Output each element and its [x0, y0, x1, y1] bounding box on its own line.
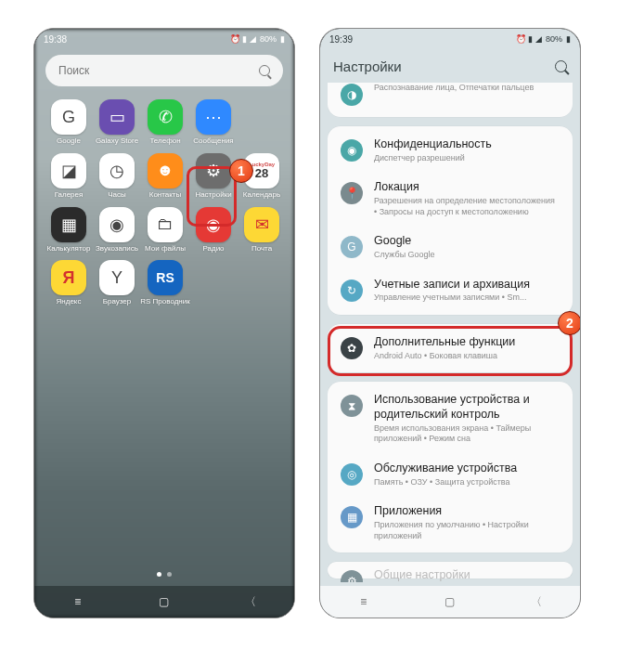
app-label: Браузер	[103, 298, 132, 306]
nav-recent[interactable]: ≡	[354, 595, 373, 608]
settings-row[interactable]: ▦ Приложения Приложения по умолчанию • Н…	[328, 496, 573, 550]
row-sub: Разрешения на определение местоположения…	[374, 196, 560, 217]
Галерея-icon: ◪	[51, 153, 86, 188]
app-Galaxy Store[interactable]: ▭Galaxy Store	[94, 99, 140, 146]
app-label: Календарь	[243, 191, 280, 200]
row-icon: G	[341, 236, 363, 258]
settings-row[interactable]: ⧗ Использование устройства и родительски…	[328, 384, 573, 453]
app-Контакты[interactable]: ☻Контакты	[142, 153, 188, 200]
battery-level: 80%	[260, 34, 277, 44]
row-title: Локация	[374, 180, 560, 195]
app-Мои файлы[interactable]: 🗀Мои файлы	[142, 207, 188, 254]
nav-back[interactable]: 〈	[527, 595, 546, 608]
row-icon: ▦	[341, 506, 363, 528]
battery-level: 80%	[546, 34, 562, 44]
row-icon: 📍	[341, 182, 363, 204]
Почта-icon: ✉	[244, 207, 279, 242]
row-icon: ↻	[341, 280, 363, 302]
app-Яндекс[interactable]: ЯЯндекс	[45, 260, 92, 306]
app-Google[interactable]: GGoogle	[45, 99, 92, 146]
search-icon	[259, 65, 270, 76]
Google-icon: G	[51, 99, 86, 135]
status-time: 19:38	[44, 34, 67, 45]
app-label: Контакты	[149, 191, 182, 200]
nav-bar: ≡ ▢ 〈	[320, 586, 580, 618]
settings-row-biometrics[interactable]: ◑ Распознавание лица, Отпечатки пальцев	[328, 83, 573, 114]
app-Сообщения[interactable]: ⋯Сообщения	[190, 99, 237, 146]
nav-home[interactable]: ▢	[441, 595, 459, 608]
row-icon: ⧗	[341, 395, 363, 417]
app-grid: GGoogle▭Galaxy Store✆Телефон⋯Сообщения◪Г…	[45, 99, 283, 306]
row-title-cut: Общие настройки	[374, 568, 560, 582]
app-label: Почта	[251, 245, 272, 254]
row-sub: Распознавание лица, Отпечатки пальцев	[374, 83, 560, 94]
highlight-settings-app	[187, 166, 237, 227]
settings-header: Настройки	[320, 49, 580, 83]
callout-1: 1	[229, 159, 253, 183]
app-Телефон[interactable]: ✆Телефон	[142, 99, 188, 146]
nav-back[interactable]: 〈	[241, 595, 260, 608]
RS Проводник-icon: RS	[148, 260, 183, 295]
row-icon: ◉	[341, 139, 363, 162]
Мои файлы-icon: 🗀	[148, 207, 183, 242]
app-label: Калькулятор	[47, 245, 91, 254]
app-empty	[238, 99, 285, 146]
row-sub: Память • ОЗУ • Защита устройства	[374, 477, 560, 488]
app-label: Galaxy Store	[96, 137, 138, 146]
row-title: Конфиденциальность	[374, 137, 560, 152]
Сообщения-icon: ⋯	[196, 99, 231, 135]
app-Звукозапись[interactable]: ◉Звукозапись	[94, 207, 140, 254]
phone-settings: 19:39 ⏰ ▮ ◢ 80% ▮ Настройки ◑ Распознава…	[319, 28, 581, 618]
settings-row[interactable]: 📍 Локация Разрешения на определение мест…	[328, 172, 573, 226]
row-title: Учетные записи и архивация	[374, 278, 560, 292]
app-Почта[interactable]: ✉Почта	[238, 207, 285, 254]
row-title: Обслуживание устройства	[374, 462, 560, 476]
status-bar: 19:38 ⏰ ▮ ◢ 80% ▮	[34, 29, 294, 49]
Браузер-icon: Y	[99, 260, 135, 295]
highlight-advanced-row	[328, 326, 573, 376]
app-label: RS Проводник	[140, 298, 189, 306]
status-time: 19:39	[329, 34, 353, 45]
row-sub: Диспетчер разрешений	[374, 153, 560, 164]
Калькулятор-icon: ▦	[51, 207, 86, 242]
search-icon[interactable]	[555, 60, 567, 72]
settings-row[interactable]: ◉ Конфиденциальность Диспетчер разрешени…	[328, 129, 573, 172]
row-icon: ◎	[341, 463, 363, 486]
status-icons: ⏰ ▮ ◢	[230, 34, 256, 44]
search-placeholder: Поиск	[58, 64, 89, 77]
callout-2: 2	[558, 311, 581, 335]
settings-row[interactable]: ◎ Обслуживание устройства Память • ОЗУ •…	[328, 453, 573, 496]
nav-home[interactable]: ▢	[155, 595, 174, 608]
page-dot	[157, 572, 161, 577]
app-label: Сообщения	[193, 137, 233, 146]
page-indicator	[34, 572, 294, 577]
app-Браузер[interactable]: YБраузер	[94, 260, 140, 306]
app-label: Звукозапись	[96, 245, 138, 254]
app-label: Мои файлы	[145, 245, 186, 254]
page-dot	[167, 572, 172, 577]
app-Калькулятор[interactable]: ▦Калькулятор	[45, 207, 92, 254]
app-RS Проводник[interactable]: RSRS Проводник	[142, 260, 188, 306]
status-right: ⏰ ▮ ◢ 80% ▮	[230, 34, 285, 44]
app-Часы[interactable]: ◷Часы	[94, 153, 140, 200]
app-label: Часы	[108, 191, 126, 200]
status-bar: 19:39 ⏰ ▮ ◢ 80% ▮	[320, 29, 580, 49]
battery-icon: ▮	[566, 34, 571, 44]
Контакты-icon: ☻	[148, 153, 183, 188]
page-title: Настройки	[333, 58, 402, 74]
Звукозапись-icon: ◉	[99, 207, 135, 242]
app-Галерея[interactable]: ◪Галерея	[45, 153, 92, 200]
phone-home: 19:38 ⏰ ▮ ◢ 80% ▮ Поиск GGoogle▭Galaxy S…	[33, 28, 295, 618]
gear-icon: ⚙	[341, 570, 363, 582]
Часы-icon: ◷	[99, 153, 135, 188]
row-sub: Управление учетными записями • Sm...	[374, 292, 560, 304]
Galaxy Store-icon: ▭	[99, 99, 135, 135]
settings-row[interactable]: ↻ Учетные записи и архивация Управление …	[328, 269, 573, 312]
settings-row[interactable]: G Google Службы Google	[328, 226, 573, 268]
nav-recent[interactable]: ≡	[69, 595, 87, 608]
app-label: Google	[57, 137, 81, 146]
status-icons: ⏰ ▮ ◢	[516, 34, 542, 44]
row-title: Приложения	[374, 504, 560, 519]
app-label: Галерея	[55, 191, 84, 200]
search-bar[interactable]: Поиск	[45, 55, 283, 86]
